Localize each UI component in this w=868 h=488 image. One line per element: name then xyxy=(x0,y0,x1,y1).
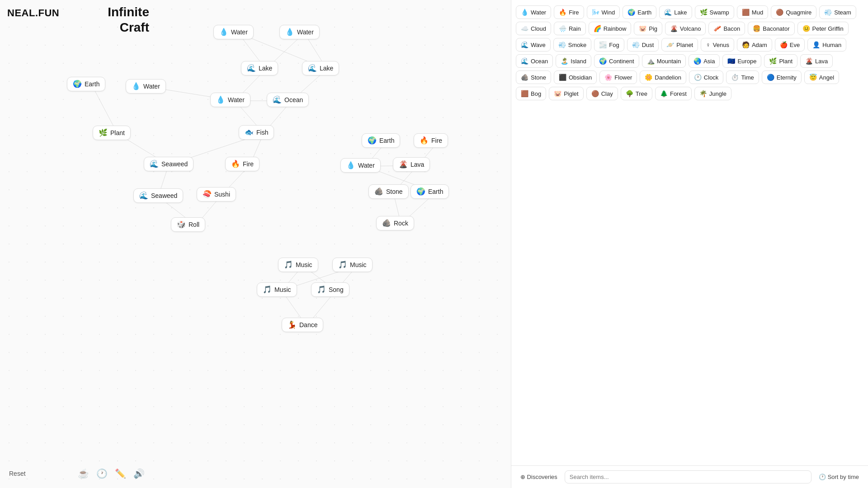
canvas-element-e21[interactable]: 🎲Roll xyxy=(171,217,205,232)
sidebar-item-icon: 🌧️ xyxy=(559,25,566,32)
sidebar-item-smoke[interactable]: 💨Smoke xyxy=(553,38,591,52)
sidebar-item-dandelion[interactable]: 🌼Dandelion xyxy=(640,70,686,84)
canvas-element-e17[interactable]: 🌊Seaweed xyxy=(133,188,183,203)
sidebar-item-eve[interactable]: 🍎Eve xyxy=(775,38,805,52)
sidebar-item-icon: 🔵 xyxy=(767,74,774,81)
canvas-element-e11[interactable]: 🌍Earth xyxy=(362,133,400,148)
sidebar-item-wind[interactable]: 🌬️Wind xyxy=(587,5,620,19)
sidebar-item-island[interactable]: 🏝️Island xyxy=(556,54,591,68)
sidebar-item-fire[interactable]: 🔥Fire xyxy=(554,5,584,19)
canvas-element-e5[interactable]: 🌍Earth xyxy=(67,77,105,91)
canvas-area[interactable]: NEAL.FUN InfiniteCraft 💧Water💧Water🌊Lake… xyxy=(0,0,511,488)
sidebar-item-lava[interactable]: 🌋Lava xyxy=(800,54,833,68)
sidebar-item-icon: 🍔 xyxy=(753,25,760,32)
sidebar-item-clay[interactable]: 🟤Clay xyxy=(586,87,618,100)
canvas-element-e15[interactable]: 💧Water xyxy=(340,158,381,173)
sidebar-item-forest[interactable]: 🌲Forest xyxy=(655,87,692,100)
sidebar-item-mud[interactable]: 🟫Mud xyxy=(737,5,768,19)
toolbar-icons: ☕ 🕐 ✏️ 🔊 xyxy=(78,468,145,479)
sidebar-item-time[interactable]: ⏱️Time xyxy=(726,70,759,84)
sidebar-item-rainbow[interactable]: 🌈Rainbow xyxy=(589,22,632,35)
sidebar-item-steam[interactable]: 💨Steam xyxy=(819,5,856,19)
sidebar-item-rain[interactable]: 🌧️Rain xyxy=(554,22,586,35)
sidebar-item-obsidian[interactable]: ⬛Obsidian xyxy=(554,70,597,84)
sidebar-item-plant[interactable]: 🌿Plant xyxy=(764,54,797,68)
brush-icon[interactable]: ✏️ xyxy=(115,468,126,479)
sidebar-item-dust[interactable]: 💨Dust xyxy=(627,38,659,52)
sidebar-footer: ⊕ Discoveries 🕐 Sort by time xyxy=(511,465,868,488)
sidebar-item-fog[interactable]: 🌫️Fog xyxy=(594,38,624,52)
canvas-element-e14[interactable]: 🔥Fire xyxy=(225,157,259,171)
canvas-element-e25[interactable]: 🎵Music xyxy=(257,282,297,297)
sidebar-items-grid: 💧Water🔥Fire🌬️Wind🌍Earth🌊Lake🌿Swamp🟫Mud🟤Q… xyxy=(511,0,868,465)
canvas-element-e23[interactable]: 🎵Music xyxy=(278,258,318,272)
sidebar-item-jungle[interactable]: 🌴Jungle xyxy=(694,87,731,100)
canvas-element-e19[interactable]: 🪨Stone xyxy=(368,184,409,199)
sidebar-item-angel[interactable]: 😇Angel xyxy=(804,70,839,84)
sidebar-item-water[interactable]: 💧Water xyxy=(516,5,551,19)
sidebar-item-label: Bog xyxy=(531,90,541,97)
sidebar-item-quagmire[interactable]: 🟤Quagmire xyxy=(771,5,816,19)
sidebar-item-wave[interactable]: 🌊Wave xyxy=(516,38,551,52)
sidebar-item-bacon[interactable]: 🥓Bacon xyxy=(708,22,745,35)
canvas-element-e18[interactable]: 🍣Sushi xyxy=(197,187,236,202)
sidebar-item-peter-griffin[interactable]: 😐Peter Griffin xyxy=(797,22,849,35)
sidebar-item-venus[interactable]: ♀️Venus xyxy=(701,38,734,52)
sidebar: 💧Water🔥Fire🌬️Wind🌍Earth🌊Lake🌿Swamp🟫Mud🟤Q… xyxy=(511,0,868,488)
canvas-element-e10[interactable]: 🐟Fish xyxy=(239,125,274,140)
sidebar-item-eternity[interactable]: 🔵Eternity xyxy=(762,70,802,84)
sidebar-item-flower[interactable]: 🌸Flower xyxy=(599,70,637,84)
sidebar-item-continent[interactable]: 🌍Continent xyxy=(594,54,639,68)
reset-button[interactable]: Reset xyxy=(9,470,26,477)
sidebar-item-planet[interactable]: 🪐Planet xyxy=(661,38,698,52)
sidebar-item-ocean[interactable]: 🌊Ocean xyxy=(516,54,553,68)
canvas-element-e2[interactable]: 💧Water xyxy=(279,25,320,39)
canvas-element-e27[interactable]: 💃Dance xyxy=(282,318,323,332)
sort-button[interactable]: 🕐 Sort by time xyxy=(815,471,863,483)
sidebar-item-piglet[interactable]: 🐷Piglet xyxy=(549,87,584,100)
canvas-element-e3[interactable]: 🌊Lake xyxy=(241,61,278,75)
canvas-element-e26[interactable]: 🎵Song xyxy=(311,282,349,297)
coffee-icon[interactable]: ☕ xyxy=(78,468,89,479)
sidebar-item-clock[interactable]: 🕐Clock xyxy=(689,70,724,84)
discoveries-button[interactable]: ⊕ Discoveries xyxy=(517,471,561,483)
element-icon: 🌍 xyxy=(73,80,82,88)
canvas-element-e16[interactable]: 🌋Lava xyxy=(393,157,430,172)
sidebar-item-pig[interactable]: 🐷Pig xyxy=(634,22,662,35)
sidebar-item-cloud[interactable]: ☁️Cloud xyxy=(516,22,551,35)
sidebar-item-label: Europe xyxy=(737,58,756,65)
sidebar-item-label: Clock xyxy=(704,74,719,81)
volume-icon[interactable]: 🔊 xyxy=(133,468,145,479)
element-label: Fish xyxy=(256,129,268,136)
sidebar-item-bog[interactable]: 🟫Bog xyxy=(516,87,546,100)
canvas-element-e9[interactable]: 🌿Plant xyxy=(93,126,131,140)
sidebar-item-icon: 🍎 xyxy=(780,41,788,48)
canvas-element-e6[interactable]: 💧Water xyxy=(126,79,166,94)
canvas-element-e7[interactable]: 💧Water xyxy=(210,93,250,107)
canvas-element-e24[interactable]: 🎵Music xyxy=(332,258,373,272)
sidebar-item-swamp[interactable]: 🌿Swamp xyxy=(695,5,734,19)
canvas-element-e22[interactable]: 🪨Rock xyxy=(376,216,414,230)
sidebar-item-icon: 🐷 xyxy=(554,90,561,97)
canvas-element-e4[interactable]: 🌊Lake xyxy=(302,61,339,75)
sidebar-item-asia[interactable]: 🌏Asia xyxy=(689,54,720,68)
canvas-element-e1[interactable]: 💧Water xyxy=(213,25,254,39)
sidebar-item-earth[interactable]: 🌍Earth xyxy=(623,5,656,19)
sidebar-item-europe[interactable]: 🇪🇺Europe xyxy=(722,54,761,68)
sidebar-item-icon: 👤 xyxy=(812,41,820,48)
sidebar-item-tree[interactable]: 🌳Tree xyxy=(621,87,652,100)
sidebar-item-human[interactable]: 👤Human xyxy=(807,38,846,52)
canvas-element-e8[interactable]: 🌊Ocean xyxy=(267,93,309,107)
sidebar-item-lake[interactable]: 🌊Lake xyxy=(659,5,692,19)
sidebar-item-mountain[interactable]: ⛰️Mountain xyxy=(642,54,686,68)
clock-icon[interactable]: 🕐 xyxy=(96,468,108,479)
canvas-element-e12[interactable]: 🔥Fire xyxy=(414,133,448,148)
sidebar-item-stone[interactable]: 🪨Stone xyxy=(516,70,551,84)
canvas-element-e13[interactable]: 🌊Seaweed xyxy=(144,157,193,171)
canvas-element-e20[interactable]: 🌍Earth xyxy=(410,184,449,199)
sidebar-item-adam[interactable]: 🧑Adam xyxy=(737,38,772,52)
search-input[interactable] xyxy=(565,470,811,483)
sidebar-item-volcano[interactable]: 🌋Volcano xyxy=(665,22,706,35)
sidebar-item-baconator[interactable]: 🍔Baconator xyxy=(748,22,794,35)
element-label: Water xyxy=(358,162,375,169)
